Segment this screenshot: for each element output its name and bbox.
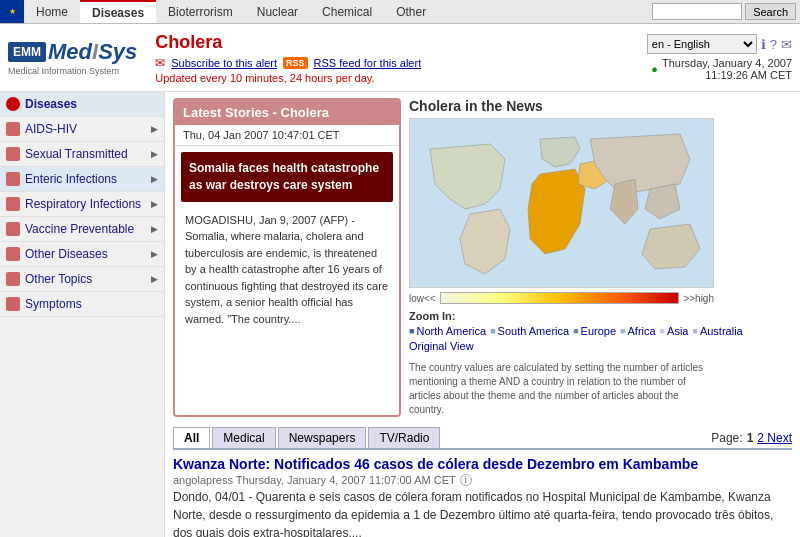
updated-text: Updated every 10 minutes, 24 hours per d…	[155, 72, 624, 84]
search-button[interactable]: Search	[745, 3, 796, 20]
date-display: Thursday, January 4, 2007 11:19:26 AM CE…	[662, 57, 792, 81]
map-note: The country values are calculated by set…	[409, 361, 714, 417]
sidebar-item-other-topics[interactable]: Other Topics ▶	[0, 267, 164, 292]
page-next[interactable]: 2 Next	[757, 431, 792, 445]
nav-other[interactable]: Other	[384, 0, 438, 23]
sidebar-item-other-diseases[interactable]: Other Diseases ▶	[0, 242, 164, 267]
latest-stories-header: Latest Stories - Cholera	[175, 100, 399, 125]
logo-medsys: MedISys	[48, 39, 137, 65]
nav-chemical[interactable]: Chemical	[310, 0, 384, 23]
clock-icon: ●	[651, 63, 658, 75]
latest-stories-date: Thu, 04 Jan 2007 10:47:01 CET	[175, 125, 399, 146]
story-title-box[interactable]: Somalia faces health catastrophe as war …	[181, 152, 393, 202]
page-header: EMM MedISys Medical Information System C…	[0, 24, 800, 92]
zoom-north-america[interactable]: ■ North America	[409, 325, 486, 337]
search-input[interactable]	[652, 3, 742, 20]
tab-tv-radio[interactable]: TV/Radio	[368, 427, 440, 448]
top-nav: Home Diseases Bioterrorism Nuclear Chemi…	[24, 0, 648, 23]
nav-diseases[interactable]: Diseases	[80, 0, 156, 23]
nav-nuclear[interactable]: Nuclear	[245, 0, 310, 23]
rss-feed-link[interactable]: RSS feed for this alert	[314, 57, 422, 69]
info-badge-1: i	[460, 474, 472, 486]
legend-gradient	[440, 292, 680, 304]
sidebar: Diseases AIDS-HIV ▶ Sexual Transmitted ▶…	[0, 92, 165, 537]
vaccine-arrow-icon: ▶	[151, 224, 158, 234]
sidebar-item-symptoms[interactable]: Symptoms	[0, 292, 164, 317]
other-diseases-icon	[6, 247, 20, 261]
nav-home[interactable]: Home	[24, 0, 80, 23]
map-legend: low<< >>high	[409, 292, 714, 304]
tabs-row: All Medical Newspapers TV/Radio Page: 1 …	[173, 427, 792, 450]
other-diseases-arrow-icon: ▶	[151, 249, 158, 259]
sidebar-item-enteric[interactable]: Enteric Infections ▶	[0, 167, 164, 192]
article-body-1: Dondo, 04/01 - Quarenta e seis casos de …	[173, 488, 792, 537]
legend-high-label: >>high	[683, 293, 714, 304]
zoom-label: Zoom In:	[409, 310, 455, 322]
legend-low-label: low<<	[409, 293, 436, 304]
respiratory-arrow-icon: ▶	[151, 199, 158, 209]
respiratory-icon	[6, 197, 20, 211]
enteric-arrow-icon: ▶	[151, 174, 158, 184]
zoom-links: ■ North America ■ South America ■ Europe	[409, 325, 792, 337]
article-title-1[interactable]: Kwanza Norte: Notificados 46 casos de có…	[173, 456, 792, 472]
help-icon[interactable]: ?	[770, 37, 777, 52]
article-meta-1: angolapress Thursday, January 4, 2007 11…	[173, 474, 792, 486]
symptoms-icon	[6, 297, 20, 311]
zoom-original[interactable]: Original View	[409, 340, 474, 352]
sidebar-item-vaccine[interactable]: Vaccine Preventable ▶	[0, 217, 164, 242]
article-item-1: Kwanza Norte: Notificados 46 casos de có…	[173, 456, 792, 537]
sexual-icon	[6, 147, 20, 161]
other-topics-icon	[6, 272, 20, 286]
zoom-europe[interactable]: ■ Europe	[573, 325, 616, 337]
other-topics-arrow-icon: ▶	[151, 274, 158, 284]
tab-medical[interactable]: Medical	[212, 427, 275, 448]
aids-arrow-icon: ▶	[151, 124, 158, 134]
subscribe-link[interactable]: Subscribe to this alert	[171, 57, 277, 69]
enteric-icon	[6, 172, 20, 186]
content-area: Latest Stories - Cholera Thu, 04 Jan 200…	[165, 92, 800, 537]
search-area: Search	[648, 0, 800, 23]
zoom-australia[interactable]: ■ Australia	[692, 325, 742, 337]
zoom-africa[interactable]: ■ Africa	[620, 325, 656, 337]
zoom-section: Zoom In: ■ North America ■ South America…	[409, 309, 792, 353]
rss-badge: RSS	[283, 57, 308, 69]
map-container	[409, 118, 714, 288]
logo-area: EMM MedISys Medical Information System	[8, 39, 137, 76]
zoom-south-america[interactable]: ■ South America	[490, 325, 569, 337]
sidebar-item-respiratory[interactable]: Respiratory Infections ▶	[0, 192, 164, 217]
tab-newspapers[interactable]: Newspapers	[278, 427, 367, 448]
info-icon[interactable]: ℹ	[761, 37, 766, 52]
subscribe-icon: ✉	[155, 56, 165, 70]
latest-stories-box: Latest Stories - Cholera Thu, 04 Jan 200…	[173, 98, 401, 417]
language-select[interactable]: en - English	[647, 34, 757, 54]
page-title-area: Cholera ✉ Subscribe to this alert RSS RS…	[155, 32, 624, 84]
header-right: en - English ℹ ? ✉ ● Thursday, January 4…	[632, 34, 792, 81]
sexual-arrow-icon: ▶	[151, 149, 158, 159]
eu-flag-icon: ★	[0, 0, 24, 23]
pagination: Page: 1 2 Next	[711, 431, 792, 445]
story-body: MOGADISHU, Jan 9, 2007 (AFP) - Somalia, …	[181, 208, 393, 332]
zoom-asia[interactable]: ■ Asia	[660, 325, 689, 337]
vaccine-icon	[6, 222, 20, 236]
articles-section: All Medical Newspapers TV/Radio Page: 1 …	[173, 427, 792, 537]
sidebar-item-diseases[interactable]: Diseases	[0, 92, 164, 117]
aids-icon	[6, 122, 20, 136]
sidebar-item-aids[interactable]: AIDS-HIV ▶	[0, 117, 164, 142]
diseases-icon	[6, 97, 20, 111]
map-section: Cholera in the News	[409, 98, 792, 417]
page-title: Cholera	[155, 32, 624, 53]
sidebar-item-sexual[interactable]: Sexual Transmitted ▶	[0, 142, 164, 167]
logo-subtitle: Medical Information System	[8, 66, 119, 76]
tab-all[interactable]: All	[173, 427, 210, 448]
main-layout: Diseases AIDS-HIV ▶ Sexual Transmitted ▶…	[0, 92, 800, 537]
nav-bioterrorism[interactable]: Bioterrorism	[156, 0, 245, 23]
settings-icon[interactable]: ✉	[781, 37, 792, 52]
page-current: 1	[747, 431, 754, 445]
logo-emm: EMM	[8, 42, 46, 62]
map-title: Cholera in the News	[409, 98, 792, 114]
